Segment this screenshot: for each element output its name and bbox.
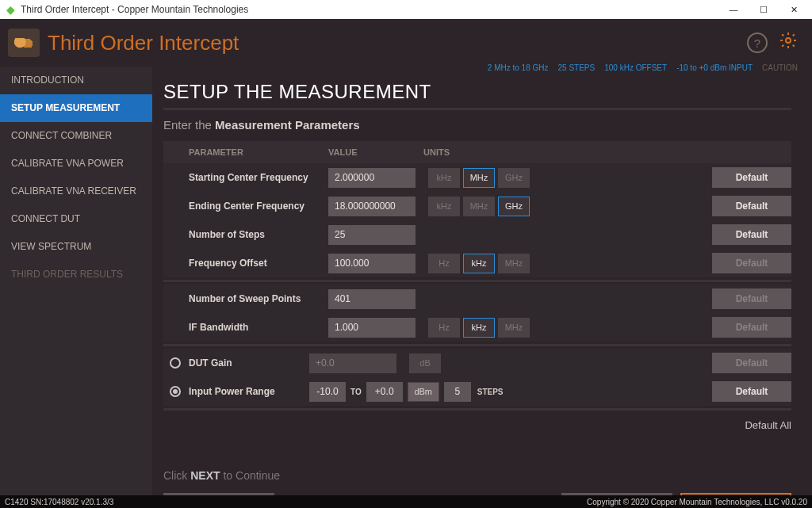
input-dut-gain[interactable] [309,353,396,373]
unit-hz[interactable]: Hz [428,318,460,338]
row-frequency-offset: Frequency Offset Hz kHz MHz Default [163,249,791,277]
col-value: VALUE [328,147,423,157]
ribbon-range: 2 MHz to 18 GHz [488,63,549,72]
sidebar-item-connect-combiner[interactable]: CONNECT COMBINER [0,122,152,150]
app-icon: ◆ [5,4,16,15]
ribbon-input: -10 to +0 dBm INPUT [676,63,753,72]
label-dut-gain: DUT Gain [189,357,232,369]
info-ribbon: 2 MHz to 18 GHz 25 STEPS 100 kHz OFFSET … [488,63,798,72]
radio-input-power[interactable] [170,386,181,397]
row-ending-center-frequency: Ending Center Frequency kHz MHz GHz Defa… [163,192,791,220]
unit-khz[interactable]: kHz [463,318,495,338]
help-icon[interactable]: ? [747,32,768,53]
default-input-power[interactable]: Default [712,381,791,402]
maximize-button[interactable]: ☐ [749,0,779,19]
row-if-bandwidth: IF Bandwidth Hz kHz MHz Default [163,313,791,342]
col-parameter: PARAMETER [189,147,328,157]
col-units: UNITS [423,147,450,157]
default-if-bw[interactable]: Default [712,317,791,338]
minimize-button[interactable]: — [718,0,749,19]
svg-point-0 [786,38,791,43]
row-starting-center-frequency: Starting Center Frequency kHz MHz GHz De… [163,163,791,192]
unit-mhz[interactable]: MHz [498,254,530,273]
continue-hint: Click NEXT to Continue [163,469,791,482]
unit-mhz[interactable]: MHz [463,168,495,188]
sidebar-item-connect-dut[interactable]: CONNECT DUT [0,205,152,233]
default-dut-gain[interactable]: Default [712,353,791,373]
label-input-power: Input Power Range [189,386,275,397]
unit-khz[interactable]: kHz [428,168,460,188]
label-end-freq: Ending Center Frequency [189,201,328,212]
input-power-to[interactable] [366,382,403,402]
ribbon-offset: 100 kHz OFFSET [604,63,667,72]
default-num-steps[interactable]: Default [712,224,791,245]
app-logo [8,29,40,57]
default-freq-offset[interactable]: Default [712,253,791,273]
main-panel: SETUP THE MEASUREMENT Enter the Measurem… [152,67,812,495]
divider [163,108,791,110]
default-all-button[interactable]: Default All [745,419,791,431]
status-bar: C1420 SN:17048802 v20.1.3/3 Copyright © … [0,495,812,508]
label-if-bw: IF Bandwidth [189,322,328,333]
input-if-bw[interactable] [328,318,416,338]
row-input-power-range: Input Power Range TO dBm STEPS Default [163,377,791,406]
label-sweep-points: Number of Sweep Points [189,293,328,304]
input-power-from[interactable] [309,382,346,402]
label-freq-offset: Frequency Offset [189,258,328,269]
default-end-freq[interactable]: Default [712,196,791,216]
table-header: PARAMETER VALUE UNITS [163,141,791,163]
window-titlebar: ◆ Third Order Intercept - Copper Mountai… [0,0,812,19]
window-title: Third Order Intercept - Copper Mountain … [21,4,718,15]
unit-mhz[interactable]: MHz [498,318,530,338]
separator [163,408,791,411]
unit-ghz[interactable]: GHz [498,168,530,188]
sidebar-item-calibrate-vna-receiver[interactable]: CALIBRATE VNA RECEIVER [0,178,152,205]
ribbon-steps: 25 STEPS [558,63,596,72]
sidebar-item-setup-measurement[interactable]: SETUP MEASUREMENT [0,94,152,122]
sidebar: INTRODUCTION SETUP MEASUREMENT CONNECT C… [0,67,152,495]
bottom-bar: LOAD SETUP... < BACK NEXT > [163,482,791,495]
label-num-steps: Number of Steps [189,229,328,240]
unit-khz[interactable]: kHz [463,254,495,273]
default-start-freq[interactable]: Default [712,167,791,188]
sidebar-item-introduction[interactable]: INTRODUCTION [0,67,152,94]
unit-ghz[interactable]: GHz [498,197,530,216]
app-header: Third Order Intercept ? 2 MHz to 18 GHz … [0,19,812,67]
to-label: TO [350,388,362,396]
unit-khz[interactable]: kHz [428,197,460,216]
row-dut-gain: DUT Gain dB Default [163,349,791,377]
ribbon-caution: CAUTION [762,63,798,72]
row-number-of-steps: Number of Steps Default [163,220,791,249]
label-start-freq: Starting Center Frequency [189,172,328,183]
app-title: Third Order Intercept [48,31,239,55]
sidebar-item-third-order-results[interactable]: THIRD ORDER RESULTS [0,261,152,288]
default-sweep-points[interactable]: Default [712,288,791,309]
status-left: C1420 SN:17048802 v20.1.3/3 [5,498,113,506]
input-end-freq[interactable] [328,197,416,216]
sidebar-item-calibrate-vna-power[interactable]: CALIBRATE VNA POWER [0,150,152,178]
unit-mhz[interactable]: MHz [463,197,495,216]
status-right: Copyright © 2020 Copper Mountain Technol… [587,498,807,506]
input-power-steps[interactable] [444,382,471,402]
separator [163,280,791,282]
page-heading: SETUP THE MEASUREMENT [163,81,791,103]
close-button[interactable]: ✕ [779,0,809,19]
unit-db: dB [409,353,441,373]
sidebar-item-view-spectrum[interactable]: VIEW SPECTRUM [0,233,152,261]
settings-icon[interactable] [779,31,798,55]
input-start-freq[interactable] [328,168,416,188]
steps-label: STEPS [477,388,504,396]
radio-dut-gain[interactable] [170,357,181,369]
page-subtitle: Enter the Measurement Parameters [163,118,791,132]
input-sweep-points[interactable] [328,289,416,309]
separator [163,344,791,346]
input-num-steps[interactable] [328,225,416,245]
input-freq-offset[interactable] [328,254,416,273]
unit-hz[interactable]: Hz [428,254,460,273]
row-sweep-points: Number of Sweep Points Default [163,285,791,313]
unit-dbm[interactable]: dBm [408,382,439,402]
